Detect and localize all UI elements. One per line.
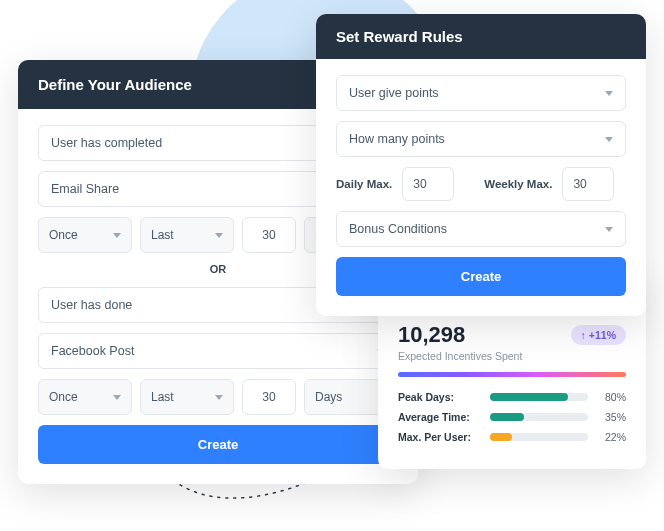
metric-row: Max. Per User:22% xyxy=(398,431,626,443)
metric-label: Peak Days: xyxy=(398,391,482,403)
audience-condition-1-label: User has completed xyxy=(51,136,162,150)
metric-row: Average Time:35% xyxy=(398,411,626,423)
audience-window-2-label: Last xyxy=(151,390,174,404)
metric-bar-fill xyxy=(490,433,512,441)
chevron-down-icon xyxy=(605,137,613,142)
weekly-max-input[interactable] xyxy=(562,167,614,201)
metric-value: 22% xyxy=(596,431,626,443)
audience-params-2: Once Last 30 Days xyxy=(38,379,398,415)
daily-max-label: Daily Max. xyxy=(336,178,392,190)
reward-limits-row: Daily Max. Weekly Max. xyxy=(336,167,626,201)
metric-value: 35% xyxy=(596,411,626,423)
arrow-up-icon: ↑ xyxy=(581,329,586,341)
reward-amount-type-label: How many points xyxy=(349,132,445,146)
chevron-down-icon xyxy=(215,395,223,400)
prediction-value-row: 10,298 ↑ +11% xyxy=(398,322,626,348)
metric-bar-fill xyxy=(490,413,524,421)
prediction-metrics: Peak Days:80%Average Time:35%Max. Per Us… xyxy=(398,391,626,443)
metric-row: Peak Days:80% xyxy=(398,391,626,403)
audience-create-button[interactable]: Create xyxy=(38,425,398,464)
chevron-down-icon xyxy=(113,233,121,238)
prediction-subtitle: Expected Incentives Spent xyxy=(398,350,626,362)
audience-qty-2-input[interactable]: 30 xyxy=(242,379,296,415)
audience-qty-2-value: 30 xyxy=(262,390,275,404)
audience-freq-2-select[interactable]: Once xyxy=(38,379,132,415)
metric-bar-track xyxy=(490,433,588,441)
metric-label: Average Time: xyxy=(398,411,482,423)
audience-condition-2-label: User has done xyxy=(51,298,132,312)
bonus-conditions-label: Bonus Conditions xyxy=(349,222,447,236)
audience-window-2-select[interactable]: Last xyxy=(140,379,234,415)
daily-max-input[interactable] xyxy=(402,167,454,201)
prediction-value: 10,298 xyxy=(398,322,465,348)
prediction-delta-text: +11% xyxy=(589,329,616,341)
audience-freq-1-label: Once xyxy=(49,228,78,242)
audience-action-1-label: Email Share xyxy=(51,182,119,196)
audience-unit-2-label: Days xyxy=(315,390,342,404)
reward-create-button[interactable]: Create xyxy=(336,257,626,296)
reward-title: Set Reward Rules xyxy=(316,14,646,59)
reward-body: User give points How many points Daily M… xyxy=(316,59,646,316)
metric-bar-track xyxy=(490,413,588,421)
reward-card: Set Reward Rules User give points How ma… xyxy=(316,14,646,316)
reward-rule-type-select[interactable]: User give points xyxy=(336,75,626,111)
metric-label: Max. Per User: xyxy=(398,431,482,443)
reward-rule-type-label: User give points xyxy=(349,86,439,100)
prediction-gradient-bar xyxy=(398,372,626,377)
metric-value: 80% xyxy=(596,391,626,403)
audience-window-1-select[interactable]: Last xyxy=(140,217,234,253)
audience-action-2-label: Facebook Post xyxy=(51,344,134,358)
chevron-down-icon xyxy=(113,395,121,400)
audience-qty-1-input[interactable]: 30 xyxy=(242,217,296,253)
metric-bar-track xyxy=(490,393,588,401)
audience-window-1-label: Last xyxy=(151,228,174,242)
chevron-down-icon xyxy=(605,91,613,96)
audience-freq-1-select[interactable]: Once xyxy=(38,217,132,253)
bonus-conditions-select[interactable]: Bonus Conditions xyxy=(336,211,626,247)
chevron-down-icon xyxy=(605,227,613,232)
audience-qty-1-value: 30 xyxy=(262,228,275,242)
audience-freq-2-label: Once xyxy=(49,390,78,404)
weekly-max-label: Weekly Max. xyxy=(484,178,552,190)
audience-action-2-select[interactable]: Facebook Post xyxy=(38,333,398,369)
reward-amount-type-select[interactable]: How many points xyxy=(336,121,626,157)
prediction-delta-badge: ↑ +11% xyxy=(571,325,626,345)
chevron-down-icon xyxy=(215,233,223,238)
metric-bar-fill xyxy=(490,393,568,401)
